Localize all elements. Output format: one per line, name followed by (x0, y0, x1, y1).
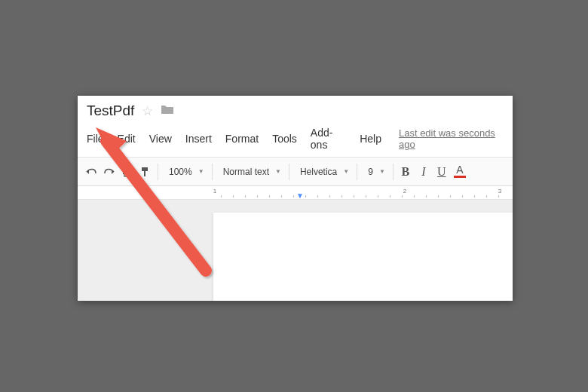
ruler-tick (474, 195, 475, 198)
ruler-tick (486, 195, 487, 198)
ruler-tick (498, 195, 499, 198)
zoom-value: 100% (169, 167, 192, 177)
fontsize-dropdown[interactable]: 9 ▼ (360, 161, 390, 182)
ruler-tick (341, 195, 342, 198)
ruler-tick (269, 195, 270, 198)
separator (158, 164, 158, 180)
folder-icon[interactable] (161, 103, 174, 118)
separator (393, 164, 394, 180)
undo-button[interactable] (82, 161, 100, 182)
font-dropdown[interactable]: Helvetica ▼ (292, 161, 354, 182)
redo-button[interactable] (100, 161, 118, 182)
menu-format[interactable]: Format (219, 131, 265, 146)
fontsize-value: 9 (368, 167, 373, 177)
caret-down-icon: ▼ (198, 168, 204, 175)
style-dropdown[interactable]: Normal text ▼ (216, 161, 286, 182)
caret-down-icon: ▼ (379, 168, 385, 175)
document-page[interactable] (213, 213, 513, 301)
caret-down-icon: ▼ (275, 168, 281, 175)
titlebar: TestPdf ☆ (78, 96, 513, 122)
ruler-tick (281, 195, 282, 198)
ruler-mark: 1 (213, 188, 216, 194)
underline-button[interactable]: U (433, 161, 451, 182)
paint-format-button[interactable] (136, 161, 155, 182)
toolbar: 100% ▼ Normal text ▼ Helvetica ▼ 9 ▼ B I… (78, 158, 513, 186)
menu-addons[interactable]: Add-ons (304, 125, 353, 152)
svg-rect-3 (142, 167, 148, 171)
text-color-button[interactable]: A (451, 161, 469, 182)
ruler-tick (354, 195, 354, 198)
svg-rect-0 (124, 167, 130, 170)
menu-view[interactable]: View (142, 131, 179, 146)
separator (212, 164, 213, 180)
textcolor-bar (454, 176, 466, 178)
star-icon[interactable]: ☆ (142, 103, 153, 119)
menu-edit[interactable]: Edit (111, 131, 142, 146)
ruler-tick (390, 195, 390, 198)
menubar: File Edit View Insert Format Tools Add-o… (78, 122, 513, 158)
separator (357, 164, 357, 180)
ruler-tick (221, 195, 222, 198)
ruler-tick (257, 195, 258, 198)
ruler[interactable]: 1 ▼ 2 3 (78, 186, 513, 200)
ruler-tick (450, 195, 451, 198)
ruler-mark: 2 (403, 188, 406, 194)
ruler-tick (245, 195, 246, 198)
ruler-tick (233, 195, 234, 198)
bold-button[interactable]: B (397, 161, 415, 182)
ruler-tick (305, 195, 306, 198)
textcolor-letter: A (456, 165, 463, 174)
ruler-tick (366, 195, 366, 198)
indent-marker-icon[interactable]: ▼ (296, 191, 304, 200)
ruler-tick (317, 195, 318, 198)
caret-down-icon: ▼ (343, 168, 349, 175)
style-value: Normal text (223, 167, 269, 177)
ruler-tick (414, 195, 415, 198)
font-value: Helvetica (300, 167, 337, 177)
ruler-tick (293, 195, 294, 198)
zoom-dropdown[interactable]: 100% ▼ (161, 161, 209, 182)
last-edit-link[interactable]: Last edit was seconds ago (399, 127, 504, 150)
document-canvas (78, 200, 513, 301)
menu-help[interactable]: Help (353, 131, 388, 146)
print-button[interactable] (118, 161, 136, 182)
separator (289, 164, 289, 180)
menu-tools[interactable]: Tools (265, 131, 304, 146)
ruler-tick (438, 195, 439, 198)
ruler-tick (329, 195, 330, 198)
menu-file[interactable]: File (87, 131, 111, 146)
ruler-tick (462, 195, 463, 198)
ruler-mark: 3 (498, 188, 501, 194)
ruler-tick (378, 195, 378, 198)
menu-insert[interactable]: Insert (179, 131, 219, 146)
document-title[interactable]: TestPdf (87, 103, 134, 119)
docs-window: TestPdf ☆ File Edit View Insert Format T… (78, 96, 513, 301)
italic-button[interactable]: I (415, 161, 433, 182)
ruler-tick (402, 195, 403, 198)
ruler-tick (426, 195, 427, 198)
svg-rect-4 (144, 171, 145, 176)
